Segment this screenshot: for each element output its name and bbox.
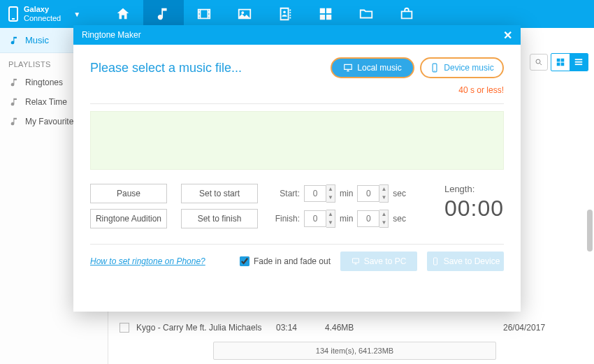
sidebar-tab-label: Music <box>25 35 49 45</box>
svg-point-0 <box>242 11 245 14</box>
grid-view-button[interactable] <box>551 54 570 71</box>
nav-video[interactable] <box>184 0 224 28</box>
status-text: 134 item(s), 641.23MB <box>316 347 393 355</box>
svg-rect-11 <box>575 59 583 60</box>
music-note-icon <box>10 117 20 126</box>
fade-checkbox[interactable]: Fade in and fade out <box>240 256 331 266</box>
waveform-area[interactable] <box>90 111 504 170</box>
svg-point-6 <box>536 59 540 64</box>
up-icon[interactable]: ▲ <box>379 185 388 194</box>
help-link[interactable]: How to set ringtone on Phone? <box>90 256 205 266</box>
start-min-input[interactable] <box>304 185 326 202</box>
down-icon[interactable]: ▼ <box>379 219 388 227</box>
view-toggle <box>551 53 588 71</box>
start-sec-input[interactable] <box>357 185 379 202</box>
modal-title: Ringtone Maker <box>82 30 141 40</box>
device-status: Connected <box>24 14 61 23</box>
limit-text: 40 s or less! <box>90 85 504 95</box>
svg-rect-13 <box>575 64 583 65</box>
finish-sec-input[interactable] <box>357 210 379 227</box>
nav-icons <box>103 0 427 28</box>
svg-rect-10 <box>561 63 565 66</box>
sidebar-item-label: My Favourite <box>25 117 73 126</box>
monitor-icon <box>343 63 353 73</box>
sec-unit: sec <box>393 189 406 198</box>
start-min-spinner[interactable]: ▲▼ <box>304 184 335 203</box>
chevron-down-icon: ▼ <box>73 10 80 18</box>
start-label: Start: <box>272 189 300 198</box>
nav-home[interactable] <box>103 0 143 28</box>
down-icon[interactable]: ▼ <box>326 194 335 202</box>
source-buttons: Local music Device music <box>331 57 504 78</box>
phone-icon <box>430 63 440 73</box>
list-view-button[interactable] <box>570 54 588 71</box>
local-music-button[interactable]: Local music <box>331 57 414 78</box>
scrollbar[interactable] <box>587 210 593 252</box>
pause-button[interactable]: Pause <box>90 184 167 203</box>
track-duration: 03:14 <box>276 323 325 333</box>
finish-label: Finish: <box>272 214 300 224</box>
close-icon[interactable]: ✕ <box>503 29 512 42</box>
set-finish-button[interactable]: Set to finish <box>181 209 258 228</box>
nav-contacts[interactable] <box>265 0 305 28</box>
phone-icon <box>431 257 440 265</box>
save-to-pc-button[interactable]: Save to PC <box>340 252 417 271</box>
sec-unit: sec <box>393 214 406 224</box>
nav-apps[interactable] <box>305 0 346 28</box>
set-col: Set to start Set to finish <box>181 184 258 228</box>
svg-rect-9 <box>557 63 560 66</box>
svg-rect-3 <box>326 8 331 13</box>
nav-music[interactable] <box>143 0 184 28</box>
audition-button[interactable]: Ringtone Audition <box>90 209 167 228</box>
nav-files[interactable] <box>346 0 386 28</box>
svg-rect-4 <box>320 15 325 20</box>
top-header: Galaxy Connected ▼ <box>0 0 594 28</box>
save-to-device-button[interactable]: Save to Device <box>427 252 504 271</box>
select-row: Please select a music file... Local musi… <box>90 57 504 78</box>
track-date: 26/04/2017 <box>503 323 587 333</box>
save-pc-label: Save to PC <box>364 256 407 266</box>
down-icon[interactable]: ▼ <box>379 194 388 202</box>
table-row[interactable]: Kygo - Carry Me ft. Julia Michaels 03:14… <box>115 318 587 337</box>
music-note-icon <box>10 78 20 87</box>
modal-body: Please select a music file... Local musi… <box>73 45 521 312</box>
svg-rect-2 <box>320 8 325 13</box>
nav-photos[interactable] <box>224 0 265 28</box>
modal-footer: How to set ringtone on Phone? Fade in an… <box>90 244 504 271</box>
monitor-icon <box>352 257 360 265</box>
ringtone-maker-modal: Ringtone Maker ✕ Please select a music f… <box>73 25 521 312</box>
nav-toolbox[interactable] <box>386 0 427 28</box>
play-col: Pause Ringtone Audition <box>90 184 167 228</box>
music-note-icon <box>10 97 20 107</box>
set-start-button[interactable]: Set to start <box>181 184 258 203</box>
up-icon[interactable]: ▲ <box>379 210 388 219</box>
fade-checkbox-input[interactable] <box>240 256 249 266</box>
length-label: Length: <box>444 184 504 194</box>
min-unit: min <box>340 214 353 224</box>
svg-rect-12 <box>575 61 583 63</box>
row-checkbox[interactable] <box>119 323 129 333</box>
device-selector[interactable]: Galaxy Connected ▼ <box>0 0 89 28</box>
up-icon[interactable]: ▲ <box>326 185 335 194</box>
sidebar-item-label: Ringtones <box>25 78 63 87</box>
start-sec-spinner[interactable]: ▲▼ <box>357 184 389 203</box>
length-value: 00:00 <box>444 196 504 221</box>
modal-titlebar: Ringtone Maker ✕ <box>73 25 521 45</box>
status-bar: 134 item(s), 641.23MB <box>213 342 496 360</box>
finish-min-input[interactable] <box>304 210 326 227</box>
finish-min-spinner[interactable]: ▲▼ <box>304 210 335 228</box>
start-row: Start: ▲▼ min ▲▼ sec <box>272 184 406 203</box>
up-icon[interactable]: ▲ <box>326 210 335 219</box>
toolbar-right <box>530 53 588 71</box>
svg-rect-16 <box>433 258 437 265</box>
prompt-text: Please select a music file... <box>90 61 242 75</box>
device-music-button[interactable]: Device music <box>420 57 504 78</box>
svg-rect-5 <box>326 15 331 20</box>
finish-sec-spinner[interactable]: ▲▼ <box>357 210 389 228</box>
time-col: Start: ▲▼ min ▲▼ sec Finish: ▲▼ min ▲▼ s… <box>272 184 406 234</box>
search-button[interactable] <box>530 54 548 71</box>
length-col: Length: 00:00 <box>444 184 504 221</box>
down-icon[interactable]: ▼ <box>326 219 335 227</box>
svg-rect-7 <box>557 59 560 62</box>
controls-row: Pause Ringtone Audition Set to start Set… <box>90 184 504 234</box>
